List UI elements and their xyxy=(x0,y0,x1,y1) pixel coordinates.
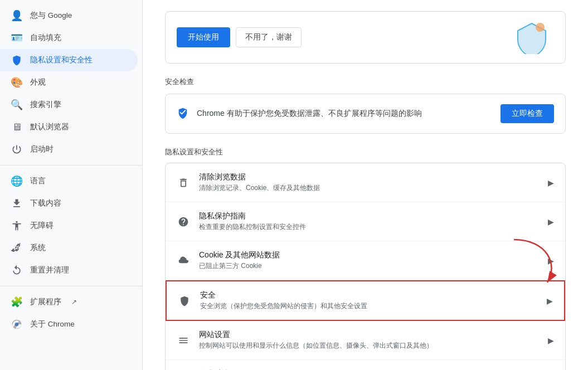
power-icon xyxy=(11,144,22,155)
sidebar-label-browser: 默认浏览器 xyxy=(30,122,69,132)
download-icon xyxy=(11,198,22,209)
sidebar-item-system[interactable]: 系统 xyxy=(0,237,138,259)
browser-icon: 🖥 xyxy=(11,121,22,133)
site-settings-subtitle: 控制网站可以使用和显示什么信息（如位置信息、摄像头、弹出式窗口及其他） xyxy=(199,341,543,350)
privacy-guide-icon xyxy=(177,215,190,228)
safety-check-section-title: 安全检查 xyxy=(165,77,566,87)
clear-browsing-title: 清除浏览数据 xyxy=(199,172,543,182)
external-link-icon: ↗ xyxy=(71,298,77,306)
sidebar-label-language: 语言 xyxy=(30,176,46,186)
privacy-settings-list: 清除浏览数据 清除浏览记录、Cookie、缓存及其他数据 ▶ 隐私保护指南 检查… xyxy=(165,163,566,370)
sidebar-label-extensions: 扩展程序 xyxy=(30,297,61,307)
sidebar-label-appearance: 外观 xyxy=(30,77,46,87)
main-content: 开始使用 不用了，谢谢 安全检查 Chrome 有助于保护您免受数据泄露、不良扩… xyxy=(143,0,588,370)
settings-item-sandbox[interactable]: 隐私沙盒 试用版功能已开启 ↗ xyxy=(166,360,565,370)
chevron-right-icon-3: ▶ xyxy=(548,256,554,265)
chrome-icon xyxy=(11,319,22,330)
privacy-guide-subtitle: 检查重要的隐私控制设置和安全控件 xyxy=(199,222,543,232)
privacy-guide-content: 隐私保护指南 检查重要的隐私控制设置和安全控件 xyxy=(199,211,543,232)
chevron-right-icon: ▶ xyxy=(548,178,554,187)
sidebar-item-about[interactable]: 关于 Chrome xyxy=(0,313,138,335)
chevron-right-icon-2: ▶ xyxy=(548,217,554,226)
security-title: 安全 xyxy=(200,290,542,300)
privacy-guide-title: 隐私保护指南 xyxy=(199,211,543,221)
site-settings-content: 网站设置 控制网站可以使用和显示什么信息（如位置信息、摄像头、弹出式窗口及其他） xyxy=(199,330,543,350)
palette-icon: 🎨 xyxy=(11,77,22,88)
sidebar-item-language[interactable]: 🌐 语言 xyxy=(0,170,138,192)
top-banner: 开始使用 不用了，谢谢 xyxy=(165,11,566,64)
banner-image xyxy=(509,21,554,54)
sidebar-label-startup: 启动时 xyxy=(30,144,54,154)
wrench-icon xyxy=(11,242,22,254)
security-content: 安全 安全浏览（保护您免受危险网站的侵害）和其他安全设置 xyxy=(200,290,542,311)
sidebar-item-browser[interactable]: 🖥 默认浏览器 xyxy=(0,116,138,138)
start-button[interactable]: 开始使用 xyxy=(177,27,230,47)
settings-item-privacy-guide[interactable]: 隐私保护指南 检查重要的隐私控制设置和安全控件 ▶ xyxy=(166,202,565,241)
shield-check-icon xyxy=(177,107,189,121)
chevron-right-icon-5: ▶ xyxy=(548,336,554,345)
security-shield-icon xyxy=(178,294,191,308)
accessibility-icon xyxy=(11,220,22,231)
sidebar-item-reset[interactable]: 重置并清理 xyxy=(0,259,138,281)
sidebar-label-reset: 重置并清理 xyxy=(30,265,69,275)
security-subtitle: 安全浏览（保护您免受危险网站的侵害）和其他安全设置 xyxy=(200,301,542,311)
settings-item-site-settings[interactable]: 网站设置 控制网站可以使用和显示什么信息（如位置信息、摄像头、弹出式窗口及其他）… xyxy=(166,321,565,360)
reset-icon xyxy=(11,265,22,276)
person-icon: 👤 xyxy=(11,10,22,21)
privacy-section-title: 隐私设置和安全性 xyxy=(165,147,566,157)
sidebar-label-about: 关于 Chrome xyxy=(30,319,75,329)
cookies-subtitle: 已阻止第三方 Cookie xyxy=(199,261,543,271)
globe-icon: 🌐 xyxy=(11,176,22,187)
sidebar-item-google[interactable]: 👤 您与 Google xyxy=(0,4,138,27)
sidebar-label-system: 系统 xyxy=(30,243,46,253)
sidebar-item-privacy[interactable]: 隐私设置和安全性 xyxy=(0,49,138,71)
cookies-title: Cookie 及其他网站数据 xyxy=(199,250,543,260)
sidebar-item-extensions[interactable]: 🧩 扩展程序 ↗ xyxy=(0,291,138,313)
banner-buttons: 开始使用 不用了，谢谢 xyxy=(177,27,302,47)
sidebar-item-appearance[interactable]: 🎨 外观 xyxy=(0,71,138,94)
settings-item-security[interactable]: 安全 安全浏览（保护您免受危险网站的侵害）和其他安全设置 ▶ xyxy=(166,280,565,321)
settings-item-cookies[interactable]: Cookie 及其他网站数据 已阻止第三方 Cookie ▶ xyxy=(166,241,565,280)
sidebar-label-autofill: 自动填充 xyxy=(30,33,61,43)
sidebar-item-download[interactable]: 下载内容 xyxy=(0,192,138,215)
sidebar-item-accessibility[interactable]: 无障碍 xyxy=(0,215,138,237)
chevron-right-icon-4: ▶ xyxy=(547,296,553,305)
sidebar-label-search: 搜索引擎 xyxy=(30,100,61,110)
settings-item-clear-browsing[interactable]: 清除浏览数据 清除浏览记录、Cookie、缓存及其他数据 ▶ xyxy=(166,163,565,202)
sidebar-item-search[interactable]: 🔍 搜索引擎 xyxy=(0,94,138,116)
search-icon: 🔍 xyxy=(11,99,22,110)
sidebar-label-google: 您与 Google xyxy=(30,11,72,21)
puzzle-icon: 🧩 xyxy=(11,296,22,308)
cookies-content: Cookie 及其他网站数据 已阻止第三方 Cookie xyxy=(199,250,543,271)
sidebar-item-autofill[interactable]: 🪪 自动填充 xyxy=(0,27,138,49)
svg-point-1 xyxy=(536,23,545,32)
safety-check-card: Chrome 有助于保护您免受数据泄露、不良扩展程序等问题的影响 立即检查 xyxy=(165,94,566,134)
sidebar-label-download: 下载内容 xyxy=(30,198,61,208)
sidebar-label-accessibility: 无障碍 xyxy=(30,221,54,231)
site-settings-icon xyxy=(177,334,190,347)
check-card-left: Chrome 有助于保护您免受数据泄露、不良扩展程序等问题的影响 xyxy=(177,107,422,121)
check-now-button[interactable]: 立即检查 xyxy=(500,104,554,123)
dismiss-button[interactable]: 不用了，谢谢 xyxy=(236,27,302,47)
autofill-icon: 🪪 xyxy=(11,32,22,43)
check-card-description: Chrome 有助于保护您免受数据泄露、不良扩展程序等问题的影响 xyxy=(197,109,422,119)
sidebar-item-startup[interactable]: 启动时 xyxy=(0,138,138,160)
sidebar: 👤 您与 Google 🪪 自动填充 隐私设置和安全性 🎨 外观 🔍 搜索引擎 … xyxy=(0,0,143,370)
clear-browsing-content: 清除浏览数据 清除浏览记录、Cookie、缓存及其他数据 xyxy=(199,172,543,193)
shield-icon xyxy=(11,55,22,66)
cookie-icon xyxy=(177,254,190,267)
trash-icon xyxy=(177,176,190,189)
site-settings-title: 网站设置 xyxy=(199,330,543,340)
clear-browsing-subtitle: 清除浏览记录、Cookie、缓存及其他数据 xyxy=(199,183,543,193)
sidebar-label-privacy: 隐私设置和安全性 xyxy=(30,55,93,65)
